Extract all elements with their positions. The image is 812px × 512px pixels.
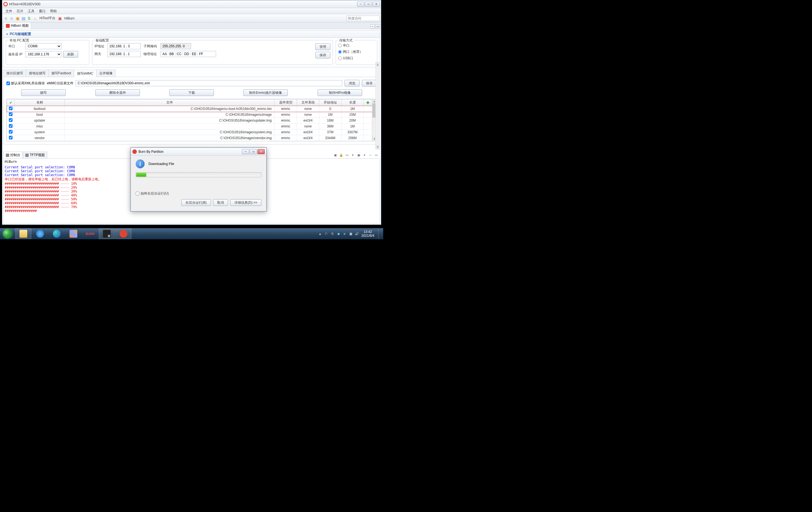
tab-merge[interactable]: 合并镜像 bbox=[96, 70, 116, 77]
console-tool-6[interactable]: ▾ bbox=[362, 153, 367, 157]
erase-button[interactable]: 擦除全器件 bbox=[95, 89, 140, 96]
task-terminal[interactable] bbox=[99, 228, 115, 239]
row-action[interactable] bbox=[364, 106, 372, 112]
th-length[interactable]: 长度 bbox=[342, 99, 364, 106]
tray-vol-icon[interactable]: 🔊 bbox=[354, 232, 359, 236]
content-scrollbar[interactable]: ▴ ▾ bbox=[375, 62, 380, 150]
table-row[interactable]: fastboot C:\OHOS\3516\images\u-boot-hi35… bbox=[7, 106, 372, 112]
menu-file[interactable]: 文件 bbox=[3, 8, 14, 14]
tab-address[interactable]: 按地址烧写 bbox=[26, 70, 49, 77]
console-tool-1[interactable]: ▣ bbox=[333, 153, 338, 157]
hiburn-view-tab[interactable]: HiBurn 视图 bbox=[3, 22, 31, 29]
console-tab[interactable]: 控制台 bbox=[3, 152, 23, 158]
table-row[interactable]: system C:\OHOS\3516\images\system.img em… bbox=[7, 129, 372, 135]
tray-app-icon[interactable]: ▣ bbox=[348, 232, 353, 236]
task-edge[interactable] bbox=[49, 228, 65, 239]
tab-fastboot[interactable]: 烧写Fastboot bbox=[48, 70, 74, 77]
ip-input[interactable] bbox=[107, 43, 141, 49]
table-row[interactable]: updater C:\OHOS\3516\images\updater.img … bbox=[7, 118, 372, 124]
dialog-close-button[interactable]: ✕ bbox=[258, 149, 265, 154]
th-fs[interactable]: 文件系统 bbox=[297, 99, 319, 106]
row-checkbox[interactable] bbox=[9, 130, 12, 134]
task-burn[interactable]: BURN bbox=[82, 228, 98, 239]
save-board-button[interactable]: 保存 bbox=[315, 52, 330, 58]
tab-partition[interactable]: 按分区烧写 bbox=[3, 70, 26, 77]
dialog-maximize-button[interactable]: ▭ bbox=[250, 149, 257, 154]
details-button[interactable]: 详细信息(D) >> bbox=[230, 199, 261, 206]
transfer-net-radio[interactable]: 网口（推荐） bbox=[338, 50, 375, 54]
always-bg-checkbox[interactable]: 始终在后台运行(U) bbox=[136, 191, 261, 196]
tab-emmc[interactable]: 烧写eMMC bbox=[74, 70, 96, 77]
console-tool-8[interactable]: ▭ bbox=[374, 153, 379, 157]
th-device[interactable]: 器件类型 bbox=[275, 99, 297, 106]
save-xml-button[interactable]: 保存 bbox=[362, 80, 377, 86]
row-action[interactable] bbox=[364, 112, 372, 118]
task-app1[interactable] bbox=[65, 228, 82, 239]
make-hipro-button[interactable]: 制作HiPro镜像 bbox=[318, 89, 362, 96]
dialog-minimize-button[interactable]: ─ bbox=[242, 149, 249, 154]
view-maximize-icon[interactable]: ▭ bbox=[375, 25, 380, 28]
console-tool-2[interactable]: 🔒 bbox=[339, 153, 344, 157]
task-explorer[interactable] bbox=[15, 228, 31, 239]
menu-window[interactable]: 窗口 bbox=[37, 8, 48, 14]
cancel-button[interactable]: 取消 bbox=[213, 199, 228, 206]
quick-access-input[interactable] bbox=[347, 16, 380, 21]
row-action[interactable] bbox=[364, 135, 372, 141]
tool-icon-1[interactable]: ⎋ bbox=[3, 16, 8, 21]
mac-input[interactable] bbox=[161, 51, 216, 57]
hitool-platform-link[interactable]: HiTool平台 bbox=[38, 16, 56, 21]
pc-board-config-header[interactable]: PC与板端配置 bbox=[3, 30, 380, 38]
show-desktop-button[interactable] bbox=[378, 228, 381, 239]
transfer-usb-radio[interactable]: USB口 bbox=[338, 56, 375, 61]
transfer-serial-radio[interactable]: 串口 bbox=[338, 43, 375, 48]
table-row[interactable]: boot C:\OHOS\3516\images\uImage emmc non… bbox=[7, 112, 372, 118]
subnet-input[interactable] bbox=[161, 43, 191, 49]
th-check[interactable]: ✔ bbox=[7, 99, 15, 106]
browse-button[interactable]: 浏览 bbox=[345, 80, 359, 86]
row-action[interactable] bbox=[364, 129, 372, 135]
close-button[interactable]: ✕ bbox=[373, 2, 380, 7]
view-minimize-icon[interactable]: ─ bbox=[370, 25, 375, 28]
row-checkbox[interactable] bbox=[9, 118, 12, 122]
row-action[interactable] bbox=[364, 118, 372, 124]
titlebar[interactable]: HiTool-Hi3516DV300 ─ ▭ ✕ bbox=[2, 0, 381, 8]
content-scroll-up-icon[interactable]: ▴ bbox=[376, 62, 380, 67]
tray-up-icon[interactable]: ▴ bbox=[318, 232, 322, 236]
tray-net-icon[interactable]: ⚹ bbox=[342, 232, 347, 236]
tool-icon-5[interactable]: ⇅ bbox=[27, 16, 32, 21]
row-checkbox[interactable] bbox=[9, 107, 12, 110]
menu-help[interactable]: 帮助 bbox=[48, 8, 59, 14]
tftp-tab[interactable]: TFTP视图 bbox=[23, 152, 47, 158]
task-hitool[interactable] bbox=[115, 228, 132, 239]
home-icon[interactable]: ⌂ bbox=[32, 16, 37, 21]
run-bg-button[interactable]: 在后台运行(B) bbox=[181, 199, 211, 206]
refresh-button[interactable]: 刷新 bbox=[63, 51, 78, 58]
row-checkbox[interactable] bbox=[9, 136, 12, 139]
row-checkbox[interactable] bbox=[9, 124, 12, 128]
th-name[interactable]: 名称 bbox=[15, 99, 65, 106]
th-file[interactable]: 文件 bbox=[65, 99, 275, 106]
task-ie[interactable] bbox=[32, 228, 48, 239]
row-checkbox[interactable] bbox=[9, 112, 12, 116]
row-action[interactable] bbox=[364, 124, 372, 129]
tray-clock[interactable]: 13:42 2021/6/4 bbox=[361, 230, 374, 238]
minimize-button[interactable]: ─ bbox=[357, 2, 364, 7]
tool-icon-2[interactable]: ⎋ bbox=[9, 16, 14, 21]
table-row[interactable]: vendor C:\OHOS\3516\images\vendor.img em… bbox=[7, 135, 372, 141]
th-start[interactable]: 开始地址 bbox=[319, 99, 342, 106]
tray-flag-icon[interactable]: ⚐ bbox=[324, 232, 328, 236]
start-button[interactable] bbox=[0, 228, 15, 239]
download-button[interactable]: 下载 bbox=[169, 89, 214, 96]
gateway-input[interactable] bbox=[107, 51, 141, 57]
burn-button[interactable]: 烧写 bbox=[21, 89, 66, 96]
console-tool-3[interactable]: ▭ bbox=[345, 153, 350, 157]
tray-action-icon[interactable]: ⎘ bbox=[330, 232, 335, 236]
default-xml-checkbox[interactable]: 默认采用XML所在路径 bbox=[6, 81, 45, 86]
menu-chip[interactable]: 芯片 bbox=[14, 8, 26, 14]
make-emmc-button[interactable]: 制作Emmc烧片器镜像 bbox=[243, 89, 288, 96]
manage-button[interactable]: 管理 bbox=[315, 44, 330, 50]
maximize-button[interactable]: ▭ bbox=[365, 2, 372, 7]
tray-shield-icon[interactable]: ◆ bbox=[336, 232, 341, 236]
menu-tools[interactable]: 工具 bbox=[26, 8, 37, 14]
server-ip-select[interactable]: 192.168.1.176 bbox=[25, 51, 61, 57]
